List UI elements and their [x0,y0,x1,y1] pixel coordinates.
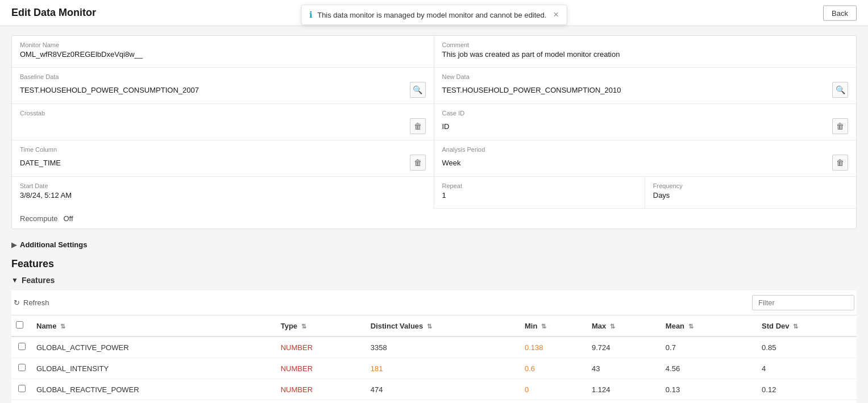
table-toolbar: ↻ Refresh [11,290,857,315]
analysis-period-delete-button[interactable]: 🗑 [832,155,848,171]
row-distinct: 474 [371,385,383,394]
row-checkbox-cell[interactable] [11,336,32,358]
row-mean: 4.56 [666,364,680,373]
filter-input[interactable] [752,295,854,310]
row-name-cell: GLOBAL_ACTIVE_POWER [32,336,276,358]
row-checkbox-cell[interactable] [11,358,32,379]
row-max-cell: 43 [587,358,661,379]
new-data-label: New Data [442,73,849,80]
analysis-period-value: Week [442,159,461,167]
page-title: Edit Data Monitor [11,7,96,19]
column-header-std-dev[interactable]: Std Dev ⇅ [757,315,857,336]
case-id-row: ID 🗑 [442,118,849,134]
row-std-dev: 4 [762,364,766,373]
row-std-dev-cell: 0.12 [757,379,857,400]
analysis-period-row: Week 🗑 [442,155,849,171]
row-type-cell: NUMBER [276,336,366,358]
refresh-button[interactable]: ↻ Refresh [14,298,49,307]
table-row: GLOBAL_REACTIVE_POWER NUMBER 474 0 1.124… [11,379,857,400]
row-mean-cell: 0.13 [661,379,757,400]
start-date-field: Start Date 3/8/24, 5:12 AM [12,177,434,209]
row-distinct-cell: 457394 [366,400,520,404]
row-min-link[interactable]: 0.138 [525,343,543,352]
baseline-data-label: Baseline Data [20,73,426,80]
select-all-checkbox-cell[interactable] [11,315,32,336]
crosstab-label: Crosstab [20,110,426,117]
comment-field: Comment This job was created as part of … [434,36,857,68]
row-max-cell: 457394 [587,400,661,404]
monitor-name-value: OML_wfR8VEz0REGElbDxeVqi8w__ [20,50,426,59]
repeat-field: Repeat 1 [434,177,645,209]
frequency-value: Days [653,191,848,200]
select-all-checkbox[interactable] [16,321,23,329]
new-data-search-button[interactable]: 🔍 [832,82,848,98]
case-id-field: Case ID ID 🗑 [434,104,857,140]
row-min-cell: 0 [520,379,587,400]
row-checkbox[interactable] [18,364,26,371]
row-max-cell: 9.724 [587,336,661,358]
row-checkbox-cell[interactable] [11,379,32,400]
row-std-dev: 0.12 [762,385,776,394]
row-max: 43 [592,364,600,373]
mean-sort-icon: ⇅ [688,323,693,330]
frequency-label: Frequency [653,182,848,189]
row-std-dev-cell: 4 [757,358,857,379]
case-id-delete-button[interactable]: 🗑 [832,118,848,134]
row-max: 1.124 [592,385,610,394]
row-distinct: 3358 [371,343,387,352]
info-icon: ℹ [309,10,313,20]
distinct-sort-icon: ⇅ [427,323,432,330]
row-min-link[interactable]: 0.6 [525,364,535,373]
crosstab-delete-button[interactable]: 🗑 [410,118,426,134]
row-std-dev: 0.85 [762,343,776,352]
baseline-data-field: Baseline Data TEST.HOUSEHOLD_POWER_CONSU… [12,68,434,104]
row-mean-cell: 4.56 [661,358,757,379]
row-mean: 0.13 [666,385,680,394]
start-date-value: 3/8/24, 5:12 AM [20,191,426,200]
row-checkbox[interactable] [18,385,26,392]
repeat-value: 1 [442,191,637,200]
back-button[interactable]: Back [823,5,857,20]
row-name-cell: GLOBAL_INTENSITY [32,358,276,379]
new-data-field: New Data TEST.HOUSEHOLD_POWER_CONSUMPTIO… [434,68,857,104]
additional-settings-toggle[interactable]: ▶ Additional Settings [11,236,857,254]
name-sort-icon: ⇅ [60,323,65,330]
column-header-name[interactable]: Name ⇅ [32,315,276,336]
baseline-data-search-button[interactable]: 🔍 [410,82,426,98]
features-collapse-toggle[interactable]: ▼ Features [11,276,857,285]
repeat-frequency-field: Repeat 1 Frequency Days [434,177,857,209]
row-std-dev-cell: 133018.82 [757,400,857,404]
time-column-label: Time Column [20,146,426,153]
column-header-type[interactable]: Type ⇅ [276,315,366,336]
additional-settings-label: Additional Settings [20,240,87,249]
analysis-period-field: Analysis Period Week 🗑 [434,140,857,177]
notification-close-button[interactable]: × [553,10,558,20]
time-column-value: DATE_TIME [20,159,61,167]
recompute-value: Off [63,214,73,223]
features-section: Features ▼ Features ↻ Refresh Name ⇅ Typ… [11,258,857,403]
column-header-distinct-values[interactable]: Distinct Values ⇅ [366,315,520,336]
table-row: ID NUMBER 457394 1 457394 232338.76 1330… [11,400,857,404]
row-distinct-link[interactable]: 181 [371,364,383,373]
column-header-min[interactable]: Min ⇅ [520,315,587,336]
case-id-label: Case ID [442,110,849,117]
time-column-delete-button[interactable]: 🗑 [410,155,426,171]
row-type-cell: NUMBER [276,400,366,404]
column-header-mean[interactable]: Mean ⇅ [661,315,757,336]
table-row: GLOBAL_INTENSITY NUMBER 181 0.6 43 4.56 … [11,358,857,379]
row-distinct-cell: 181 [366,358,520,379]
column-header-max[interactable]: Max ⇅ [587,315,661,336]
min-sort-icon: ⇅ [541,323,546,330]
recompute-row: Recompute Off [12,209,856,228]
row-checkbox[interactable] [18,343,26,350]
row-min-cell: 0.138 [520,336,587,358]
row-checkbox-cell[interactable] [11,400,32,404]
row-name: GLOBAL_INTENSITY [36,364,109,373]
row-mean-cell: 232338.76 [661,400,757,404]
row-name-cell: GLOBAL_REACTIVE_POWER [32,379,276,400]
features-collapse-label: Features [22,276,55,285]
form-section: Monitor Name OML_wfR8VEz0REGElbDxeVqi8w_… [11,35,857,229]
row-distinct-cell: 3358 [366,336,520,358]
chevron-right-icon: ▶ [11,241,16,249]
row-min-link[interactable]: 0 [525,385,529,394]
